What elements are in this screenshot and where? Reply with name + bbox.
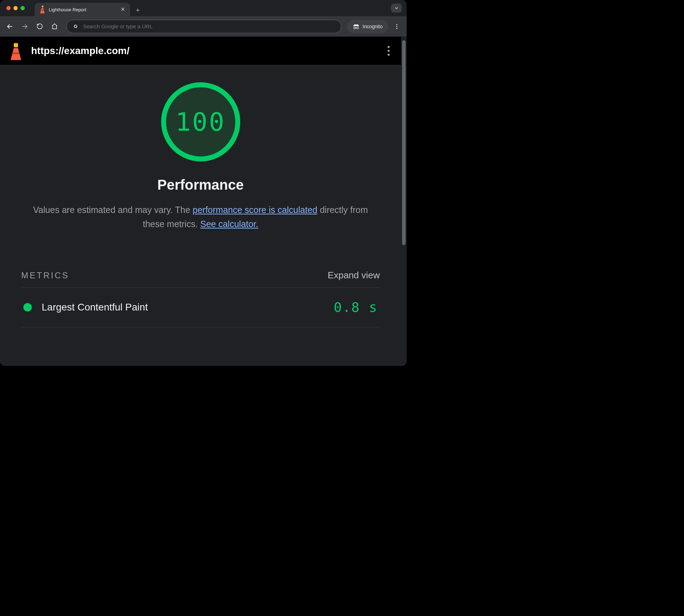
- report-header: https://example.com/: [0, 37, 401, 65]
- reload-icon: [36, 23, 43, 30]
- performance-section: 100 Performance Values are estimated and…: [21, 82, 380, 231]
- back-button[interactable]: [4, 20, 16, 33]
- disclaimer-text: Values are estimated and may vary. The: [33, 205, 193, 215]
- browser-tab[interactable]: Lighthouse Report ✕: [35, 3, 130, 16]
- home-icon: [51, 23, 58, 30]
- viewport: https://example.com/ 100 Performance Val…: [0, 37, 407, 366]
- report-body: 100 Performance Values are estimated and…: [0, 65, 401, 342]
- lighthouse-icon: [9, 42, 23, 60]
- window-controls: [6, 0, 25, 16]
- arrow-right-icon: [21, 23, 28, 30]
- incognito-label: Incognito: [362, 24, 383, 29]
- score-gauge: 100: [161, 82, 240, 161]
- google-icon: G: [72, 23, 79, 30]
- svg-point-3: [357, 27, 359, 29]
- forward-button[interactable]: [18, 20, 31, 33]
- svg-point-6: [396, 26, 397, 27]
- see-calculator-link[interactable]: See calculator.: [200, 219, 258, 229]
- lighthouse-icon: [40, 6, 45, 13]
- home-button[interactable]: [48, 20, 61, 33]
- metrics-header: METRICS Expand view: [21, 270, 380, 287]
- expand-view-toggle[interactable]: Expand view: [328, 270, 380, 281]
- new-tab-button[interactable]: ＋: [133, 5, 143, 15]
- report-menu-button[interactable]: [385, 44, 392, 58]
- svg-point-5: [396, 24, 397, 25]
- address-input[interactable]: [83, 23, 335, 29]
- page-content: https://example.com/ 100 Performance Val…: [0, 37, 401, 366]
- browser-toolbar: G Incognito: [0, 16, 407, 37]
- window-fullscreen-button[interactable]: [20, 6, 25, 10]
- performance-score: 100: [175, 107, 225, 137]
- address-bar[interactable]: G: [66, 20, 341, 33]
- browser-menu-button[interactable]: [390, 20, 403, 33]
- scrollbar[interactable]: [401, 37, 407, 366]
- close-tab-button[interactable]: ✕: [120, 7, 125, 12]
- report-url: https://example.com/: [31, 45, 377, 57]
- status-dot-icon: [23, 303, 32, 312]
- tab-title: Lighthouse Report: [49, 7, 117, 12]
- window-minimize-button[interactable]: [13, 6, 18, 10]
- category-title: Performance: [157, 177, 244, 193]
- window-close-button[interactable]: [6, 6, 11, 10]
- metrics-heading: METRICS: [21, 271, 69, 280]
- incognito-icon: [353, 24, 360, 29]
- metrics-section: METRICS Expand view Largest Contentful P…: [21, 270, 380, 327]
- scrollbar-thumb[interactable]: [402, 40, 406, 245]
- svg-point-2: [354, 27, 356, 29]
- metric-value: 0.8 s: [334, 300, 378, 315]
- score-calc-link[interactable]: performance score is calculated: [193, 205, 317, 215]
- dots-vertical-icon: [394, 23, 400, 30]
- arrow-left-icon: [6, 23, 13, 30]
- metric-row[interactable]: Largest Contentful Paint 0.8 s: [21, 287, 380, 327]
- browser-window: Lighthouse Report ✕ ＋ G Incog: [0, 0, 407, 366]
- reload-button[interactable]: [33, 20, 46, 33]
- tab-search-button[interactable]: [391, 4, 402, 13]
- incognito-indicator[interactable]: Incognito: [347, 20, 388, 33]
- title-bar: Lighthouse Report ✕ ＋: [0, 0, 407, 16]
- metric-name: Largest Contentful Paint: [42, 302, 324, 313]
- chevron-down-icon: [394, 6, 399, 11]
- score-disclaimer: Values are estimated and may vary. The p…: [31, 203, 370, 231]
- svg-point-7: [396, 28, 397, 29]
